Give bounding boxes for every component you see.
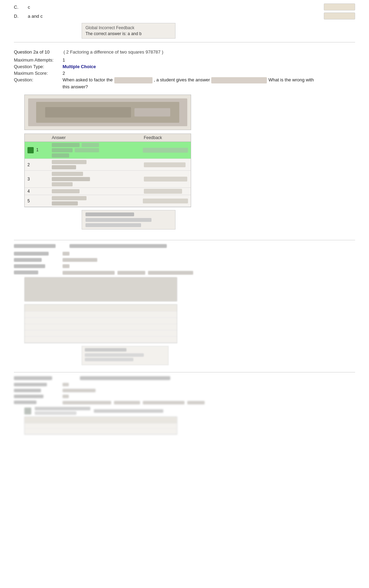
- mc-cell-answer-5: [52, 196, 139, 206]
- lower-mc-table: [24, 304, 177, 343]
- question-2b-header: [14, 244, 355, 249]
- section-divider-1: [14, 42, 355, 42]
- content-area-inner: [24, 95, 191, 130]
- mc-col-header-answer: Answer: [52, 135, 140, 140]
- question-2a-category: ( 2 Factoring a difference of two square…: [64, 49, 163, 55]
- mc-col-header-feedback: Feedback: [144, 135, 188, 140]
- mc-cell-answer-3: [52, 172, 140, 186]
- mc-answers-area-2a: Answer Feedback 1: [24, 134, 191, 207]
- lower-mc-row-4: [25, 330, 177, 337]
- mc-answer-row-5: 5: [25, 195, 191, 207]
- question-2b-category: [69, 244, 167, 249]
- mc-header-row: Answer Feedback: [25, 134, 191, 142]
- question-2b-block: [14, 244, 355, 369]
- mc-cell-num-5: 5: [27, 199, 48, 203]
- choice-c-input[interactable]: [324, 3, 355, 10]
- max-attempts-value: 1: [63, 57, 355, 63]
- question-text-parts: When asked to factor the , a student giv…: [63, 77, 355, 83]
- max-score-value: 2: [63, 71, 355, 76]
- mc-answer-row-2: 2: [25, 159, 191, 171]
- math-placeholder-2: [211, 77, 267, 83]
- bottom-feedback-2a: [82, 210, 175, 229]
- choice-d-label: D.: [14, 14, 28, 19]
- question-text-2: , a student gives the answer: [154, 77, 210, 82]
- question-2c-header: [14, 376, 355, 380]
- lower-feedback-2b: [82, 346, 169, 365]
- feedback-title: Global Incorrect Feedback: [85, 25, 172, 30]
- mc-cell-num-1: 1: [27, 147, 48, 153]
- choice-c-label: C.: [14, 5, 28, 10]
- question-2a-number: Question 2a of 10: [14, 49, 50, 55]
- correct-indicator: [27, 147, 34, 153]
- question-text-3: What is the wrong with: [268, 77, 314, 82]
- question-type-label: Question Type:: [14, 64, 63, 69]
- mc-cell-feedback-5: [143, 199, 188, 203]
- choice-c-row: C. c: [14, 3, 355, 10]
- question-2a-block: Question 2a of 10 ( 2 Factoring a differ…: [14, 46, 355, 236]
- mc-cell-answer-2: [52, 160, 140, 169]
- lower-mc-row-5: [25, 337, 177, 343]
- mc-cell-answer-1: [52, 143, 139, 158]
- mc-cell-feedback-1: [143, 148, 188, 153]
- question-2c-content: [24, 407, 184, 435]
- question-text-1: When asked to factor the: [63, 77, 113, 82]
- math-placeholder-1: [114, 77, 153, 83]
- mc-cell-feedback-4: [144, 189, 188, 194]
- question-2c-block: [14, 376, 355, 438]
- feedback-content: The correct answer is: a and b: [85, 31, 172, 36]
- mc-answer-row-4: 4: [25, 188, 191, 195]
- content-image: [28, 98, 187, 126]
- mc-cell-feedback-3: [144, 177, 188, 182]
- choice-d-input[interactable]: [324, 13, 355, 19]
- question-2a-meta: Maximum Attempts: 1 Question Type: Multi…: [14, 57, 355, 83]
- question-2b-content: [24, 277, 184, 343]
- choice-c-text: c: [28, 5, 321, 10]
- question-2b-number: [14, 244, 56, 249]
- max-attempts-label: Maximum Attempts:: [14, 57, 63, 63]
- section-divider-3: [14, 372, 355, 372]
- mc-col-header-num: [27, 135, 48, 140]
- question-type-value: Multiple Choice: [63, 64, 355, 69]
- mc-answers-inner: Answer Feedback 1: [24, 134, 191, 207]
- max-score-label: Maximum Score:: [14, 71, 63, 76]
- question-subtext: this answer?: [63, 84, 355, 89]
- question-label: Question:: [14, 77, 63, 83]
- mc-cell-feedback-2: [144, 162, 188, 167]
- mc-answer-row-3: 3: [25, 171, 191, 188]
- question-2c-meta: [14, 382, 355, 405]
- choice-d-text: a and c: [28, 14, 321, 19]
- mc-cell-answer-4: [52, 189, 140, 193]
- mc-cell-num-3: 3: [27, 177, 48, 182]
- mc-answer-row-1: 1: [25, 142, 191, 159]
- choice-d-row: D. a and c: [14, 13, 355, 19]
- mc-cell-num-4: 4: [27, 189, 48, 194]
- mc-cell-num-2: 2: [27, 162, 48, 167]
- question-2a-header: Question 2a of 10 ( 2 Factoring a differ…: [14, 49, 355, 55]
- content-blur-box: [24, 277, 177, 301]
- answer-choices-section: C. c D. a and c: [14, 0, 355, 19]
- lower-mc-row-3: [25, 324, 177, 330]
- global-feedback-box: Global Incorrect Feedback The correct an…: [82, 23, 175, 39]
- lower-mc-row-1: [25, 312, 177, 318]
- question-2a-content-area: [24, 95, 191, 130]
- question-2b-meta: [14, 251, 355, 275]
- lower-mc-header: [25, 305, 177, 312]
- section-divider-2: [14, 240, 355, 240]
- lower-mc-row-2: [25, 318, 177, 324]
- question-text-4: this answer?: [63, 84, 88, 89]
